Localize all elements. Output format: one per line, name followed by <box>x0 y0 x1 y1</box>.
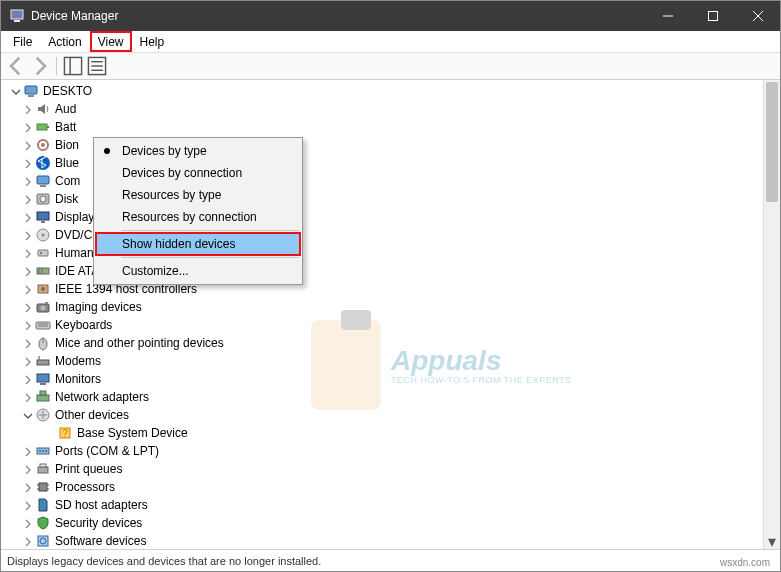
tree-item-label: DESKTO <box>43 84 92 98</box>
menu-item-devices-by-type[interactable]: Devices by type <box>96 140 300 162</box>
expander-icon[interactable] <box>21 301 33 313</box>
expander-icon[interactable] <box>21 355 33 367</box>
menu-item-show-hidden-devices[interactable]: Show hidden devices <box>96 233 300 255</box>
menu-action[interactable]: Action <box>40 31 89 52</box>
printer-icon <box>35 461 51 477</box>
show-hide-console-button[interactable] <box>62 55 84 77</box>
tree-item-sd-host-adapters[interactable]: SD host adapters <box>5 496 780 514</box>
scroll-down-arrow[interactable]: ▾ <box>764 533 780 550</box>
bullet-icon <box>104 148 110 154</box>
tree-item-print-queues[interactable]: Print queues <box>5 460 780 478</box>
svg-point-35 <box>41 306 46 311</box>
tree-item-mice-and-other-pointing-devices[interactable]: Mice and other pointing devices <box>5 334 780 352</box>
svg-rect-24 <box>41 221 45 223</box>
tree-item-keyboards[interactable]: Keyboards <box>5 316 780 334</box>
menu-view[interactable]: View <box>90 31 132 52</box>
tree-item-audio-inputs-and-outputs[interactable]: Aud <box>5 100 780 118</box>
menu-help[interactable]: Help <box>132 31 173 52</box>
window-titlebar: Device Manager <box>1 1 780 31</box>
expander-icon[interactable] <box>21 265 33 277</box>
maximize-button[interactable] <box>690 1 735 31</box>
tree-item-security-devices[interactable]: Security devices <box>5 514 780 532</box>
expander-icon[interactable] <box>21 481 33 493</box>
disk-icon <box>35 191 51 207</box>
menu-item-resources-by-connection[interactable]: Resources by connection <box>96 206 300 228</box>
tree-item-label: Monitors <box>55 372 101 386</box>
expander-icon[interactable] <box>21 517 33 529</box>
computer-icon <box>35 173 51 189</box>
tree-item-label: Blue <box>55 156 79 170</box>
expander-icon[interactable] <box>21 229 33 241</box>
expander-icon[interactable] <box>21 319 33 331</box>
properties-button[interactable] <box>86 55 108 77</box>
cpu-icon <box>35 479 51 495</box>
menu-item-customize-[interactable]: Customize... <box>96 260 300 282</box>
svg-rect-58 <box>40 464 46 467</box>
expander-icon[interactable] <box>21 499 33 511</box>
expander-icon[interactable] <box>21 157 33 169</box>
expander-icon[interactable] <box>21 103 33 115</box>
tree-item-software-devices[interactable]: Software devices <box>5 532 780 550</box>
tree-item-monitors[interactable]: Monitors <box>5 370 780 388</box>
tree-root[interactable]: DESKTO <box>5 82 780 100</box>
svg-rect-14 <box>37 124 47 130</box>
svg-point-17 <box>41 143 45 147</box>
statusbar: Displays legacy devices and devices that… <box>1 549 780 571</box>
tree-item-base-system-device[interactable]: ?Base System Device <box>5 424 780 442</box>
tree-item-label: Other devices <box>55 408 129 422</box>
menu-item-resources-by-type[interactable]: Resources by type <box>96 184 300 206</box>
menu-item-devices-by-connection[interactable]: Devices by connection <box>96 162 300 184</box>
svg-rect-36 <box>45 302 48 304</box>
svg-rect-6 <box>64 57 81 74</box>
expander-icon[interactable] <box>21 139 33 151</box>
expander-icon[interactable] <box>21 211 33 223</box>
svg-rect-42 <box>37 360 49 365</box>
forward-button[interactable] <box>29 55 51 77</box>
expander-icon[interactable] <box>21 283 33 295</box>
mouse-icon <box>35 335 51 351</box>
tree-item-imaging-devices[interactable]: Imaging devices <box>5 298 780 316</box>
back-button[interactable] <box>5 55 27 77</box>
svg-rect-28 <box>40 252 42 254</box>
tree-item-ports-com-lpt-[interactable]: Ports (COM & LPT) <box>5 442 780 460</box>
expander-icon[interactable] <box>21 445 33 457</box>
tree-item-label: Processors <box>55 480 115 494</box>
expander-icon[interactable] <box>21 391 33 403</box>
tree-item-label: Software devices <box>55 534 146 548</box>
expander-icon[interactable] <box>21 121 33 133</box>
monitor-icon <box>35 371 51 387</box>
tree-item-network-adapters[interactable]: Network adapters <box>5 388 780 406</box>
app-icon <box>9 8 25 24</box>
expander-icon[interactable] <box>21 373 33 385</box>
expander-icon[interactable] <box>21 463 33 475</box>
tree-item-label: Keyboards <box>55 318 112 332</box>
scroll-thumb[interactable] <box>766 82 778 202</box>
ide-icon <box>35 263 51 279</box>
svg-rect-59 <box>39 483 47 491</box>
close-button[interactable] <box>735 1 780 31</box>
tree-item-label: Bion <box>55 138 79 152</box>
svg-rect-0 <box>11 10 23 19</box>
tree-item-modems[interactable]: Modems <box>5 352 780 370</box>
menu-file[interactable]: File <box>5 31 40 52</box>
computer-icon <box>23 83 39 99</box>
expander-icon[interactable] <box>21 247 33 259</box>
svg-rect-44 <box>37 374 49 382</box>
minimize-button[interactable] <box>645 1 690 31</box>
expander-icon[interactable] <box>21 175 33 187</box>
svg-rect-15 <box>47 126 49 128</box>
tree-item-other-devices[interactable]: Other devices <box>5 406 780 424</box>
expander-icon[interactable] <box>21 535 33 547</box>
expander-icon[interactable] <box>21 409 33 421</box>
svg-rect-46 <box>37 395 49 401</box>
tree-item-batteries[interactable]: Batt <box>5 118 780 136</box>
display-icon <box>35 209 51 225</box>
expander-icon[interactable] <box>21 193 33 205</box>
expander-icon[interactable] <box>9 85 21 97</box>
window-controls <box>645 1 780 31</box>
tree-item-label: Imaging devices <box>55 300 142 314</box>
vertical-scrollbar[interactable]: ▴ ▾ <box>763 80 780 550</box>
expander-icon[interactable] <box>21 337 33 349</box>
svg-rect-19 <box>37 176 49 184</box>
tree-item-processors[interactable]: Processors <box>5 478 780 496</box>
